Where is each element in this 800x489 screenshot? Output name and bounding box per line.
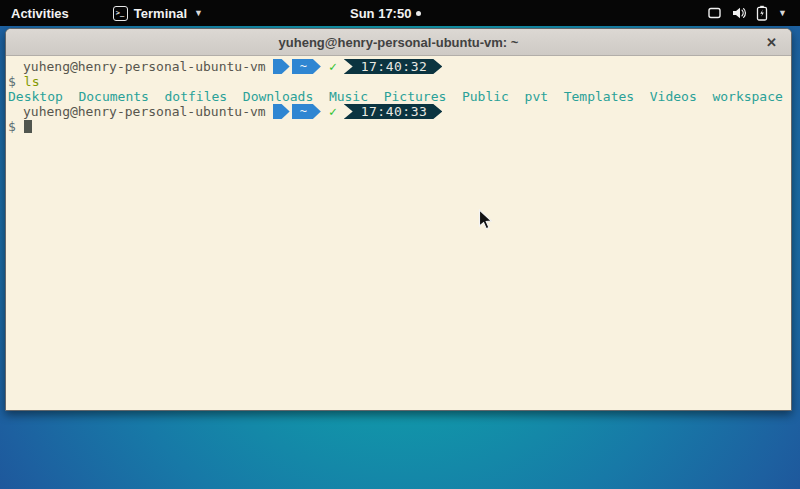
battery-charging-icon [756, 5, 768, 21]
command-line: $ ls [8, 74, 789, 89]
prompt-symbol: $ [8, 74, 16, 89]
desktop-background: yuheng@henry-personal-ubuntu-vm: ~ ✕ yuh… [0, 0, 800, 489]
window-titlebar[interactable]: yuheng@henry-personal-ubuntu-vm: ~ ✕ [6, 29, 791, 56]
cwd-label: ~ [300, 104, 307, 119]
prompt-symbol: $ [8, 119, 16, 134]
command-text: ls [24, 74, 40, 89]
system-menu-button[interactable]: ▼ [698, 0, 796, 26]
status-check-icon: ✓ [329, 59, 337, 74]
terminal-cursor [24, 120, 32, 133]
top-bar: Activities >_ Terminal ▼ Sun 17:50 [0, 0, 800, 26]
time-segment: 17:40:33 [344, 104, 443, 119]
app-menu-button[interactable]: >_ Terminal ▼ [104, 0, 212, 26]
terminal-window: yuheng@henry-personal-ubuntu-vm: ~ ✕ yuh… [5, 28, 792, 411]
ls-output-line: Desktop Documents dotfiles Downloads Mus… [8, 89, 789, 104]
display-icon [707, 6, 722, 20]
terminal-content[interactable]: yuheng@henry-personal-ubuntu-vm ~ ✓ 17:4… [6, 56, 791, 410]
status-check-icon: ✓ [329, 104, 337, 119]
cwd-label: ~ [300, 59, 307, 74]
cwd-segment: ~ [292, 104, 321, 119]
prompt-line-1: yuheng@henry-personal-ubuntu-vm ~ ✓ 17:4… [8, 59, 789, 74]
chevron-down-icon: ▼ [194, 8, 203, 18]
window-title: yuheng@henry-personal-ubuntu-vm: ~ [279, 35, 519, 50]
volume-icon [731, 6, 747, 20]
app-menu-label: Terminal [134, 6, 187, 21]
cwd-segment: ~ [292, 59, 321, 74]
chevron-down-icon: ▼ [778, 8, 787, 18]
current-command-line: $ [8, 119, 789, 134]
prompt-user-host: yuheng@henry-personal-ubuntu-vm [23, 59, 266, 74]
prompt-user-host: yuheng@henry-personal-ubuntu-vm [23, 104, 266, 119]
mouse-cursor [478, 209, 494, 231]
prompt-line-2: yuheng@henry-personal-ubuntu-vm ~ ✓ 17:4… [8, 104, 789, 119]
time-label: 17:40:33 [361, 104, 428, 119]
notification-dot [416, 11, 421, 16]
time-segment: 17:40:32 [344, 59, 443, 74]
powerline-arrow-icon [273, 104, 290, 119]
powerline-arrow-icon [273, 59, 290, 74]
activities-button[interactable]: Activities [2, 0, 78, 26]
terminal-icon: >_ [113, 6, 128, 21]
clock-button[interactable]: Sun 17:50 [341, 0, 430, 26]
clock-label: Sun 17:50 [350, 6, 411, 21]
close-button[interactable]: ✕ [763, 34, 780, 51]
time-label: 17:40:32 [361, 59, 428, 74]
